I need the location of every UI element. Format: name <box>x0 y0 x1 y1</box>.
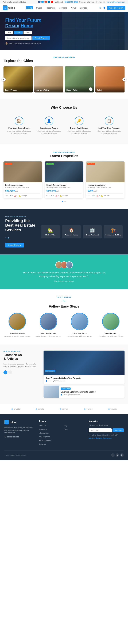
why-title: Why Choose Us <box>5 106 123 110</box>
testimonial-avatars <box>9 262 119 268</box>
hero-tab-sells[interactable]: Sells <box>14 31 23 34</box>
service-card-apartment[interactable]: 🏢 Sweet Apartment <box>83 225 102 238</box>
news-author-2: 👤 Admin <box>60 394 66 396</box>
services-grid: 🏡 Modern Villas 🏠 Furnished Homes 🏢 Swee… <box>41 225 123 238</box>
search-input[interactable] <box>5 36 32 40</box>
property-garage-2: 🚗 2 <box>56 195 59 196</box>
footer-twitter-icon[interactable]: t <box>116 453 119 457</box>
news-article-title-2: Leverage agile frame works to a robust <box>60 391 123 393</box>
footer-link-agents[interactable]: Our Agents <box>39 428 47 430</box>
service-card-commercial[interactable]: 🏗️ Commercial Building <box>104 225 123 238</box>
dot-1[interactable] <box>62 201 63 202</box>
nav-properties[interactable]: Properties <box>45 6 56 10</box>
nav-members[interactable]: Members <box>58 6 68 10</box>
hero-tabs: Buy Sells Rent <box>5 31 50 34</box>
city-card-newyork[interactable]: New York / USA <box>34 66 64 92</box>
news-article-title-1: Save Thousands Selling Your Property <box>46 377 122 379</box>
footer-link-properties[interactable]: All Properties <box>39 432 48 434</box>
feature-dream-home-title: Find Your Dream Home <box>7 127 31 129</box>
footer-link-faq[interactable]: FAQ <box>64 425 67 427</box>
search-property-button[interactable]: Search Property <box>32 36 50 40</box>
service-apartment-title: Sweet Apartment <box>84 234 100 236</box>
service-card-homes[interactable]: 🏠 Furnished Homes <box>62 225 81 238</box>
property-card-2[interactable]: Featured Monali Design House 80 Brindys … <box>45 162 84 198</box>
user-icon[interactable]: 👤 <box>103 6 106 9</box>
welcome-text: Welcome to Tolins Real Estate <box>2 1 26 3</box>
linkedin-icon[interactable]: in <box>48 1 50 3</box>
footer-link-renewals[interactable]: Renewals <box>39 443 46 445</box>
news-next-button[interactable]: › <box>8 370 12 374</box>
properties-grid: For Sale Interior Appartment 60 Brindys … <box>4 162 124 198</box>
services-search-button[interactable]: Search Property <box>5 243 24 248</box>
footer-bottom: © Copyright 2019 at tolinthemes.com f t … <box>4 450 124 457</box>
carousel-next-button[interactable]: › <box>122 78 126 81</box>
twitter-icon[interactable]: t <box>41 1 44 3</box>
brands-section: ◆envato ◆envato ◆envato ◆envato ◆envato <box>0 404 128 414</box>
footer-company-heading <box>64 420 84 422</box>
news-prev-button[interactable]: ‹ <box>4 370 7 374</box>
wishlist-link[interactable]: Wish List <box>87 1 94 3</box>
cities-section-title: Explore the Cities <box>4 59 124 63</box>
nav-news[interactable]: News <box>70 6 77 10</box>
footer-link-login[interactable]: Login <box>64 428 68 430</box>
property-card-1[interactable]: For Sale Interior Appartment 60 Brindys … <box>4 162 42 198</box>
news-author-1: 👤 Admin <box>46 380 52 382</box>
nav-pages[interactable]: Pages <box>35 6 43 10</box>
property-baths-3: 🚿 4 <box>92 195 95 196</box>
google-icon[interactable]: g <box>44 1 47 3</box>
youtube-icon[interactable]: ▶ <box>51 1 53 3</box>
step-4-number: 04 <box>116 313 120 316</box>
search-icon[interactable]: 🔍 <box>99 6 102 9</box>
news-card-1[interactable]: 18 Nov, 2019 Save Thousands Selling Your… <box>44 350 124 384</box>
footer-logo-icon: ⌂ <box>4 420 9 424</box>
property-sqft-1: 📐 300 sqft <box>19 195 27 196</box>
services-left: Find Your Property Providing the Best Re… <box>5 216 36 248</box>
why-section: Why Choose Us 🏠 Find Your Dream Home The… <box>0 98 128 144</box>
my-account-link[interactable]: My Account <box>96 1 105 3</box>
footer-instagram-icon[interactable]: in <box>120 453 124 457</box>
feature-dream-home-icon: 🏠 <box>15 116 23 125</box>
facebook-icon[interactable]: f <box>38 1 40 3</box>
carousel-prev-button[interactable]: ‹ <box>2 78 6 81</box>
footer-link-about[interactable]: About Us <box>39 425 46 427</box>
city-label-paris: Paris / France <box>4 86 33 92</box>
nav-contact[interactable]: Contact <box>79 6 88 10</box>
footer-copyright: © Copyright 2019 at tolinthemes.com <box>4 454 27 456</box>
property-card-3[interactable]: For Rent Luxury Appartment 60 Brindys St… <box>86 162 124 198</box>
footer-link-pricing[interactable]: Pricing Packages <box>39 440 51 441</box>
dot-2[interactable] <box>64 201 64 202</box>
city-card-rome[interactable]: Rome / Turkey › <box>65 66 94 92</box>
property-price-1: $86.7600/sqft <box>5 190 40 192</box>
newsletter-subscribe-button[interactable]: Subscribe <box>112 428 124 432</box>
footer-facebook-icon[interactable]: f <box>111 453 114 457</box>
city-card-dubai[interactable]: Dubai <box>95 66 124 92</box>
feature-buy-rent-icon: 🔑 <box>75 116 84 125</box>
footer-newsletter-desc: Fill us us Your details bellow. <box>89 424 124 427</box>
services-label: Find Your Property <box>5 216 36 218</box>
property-features-1: 🛏 4 🚿 4 🚗 2 📐 300 sqft <box>5 194 40 196</box>
dot-3[interactable] <box>65 201 66 202</box>
services-title: Providing the Best Real Estate Services <box>5 218 36 232</box>
footer-link-blog[interactable]: Blog Properties <box>39 436 50 438</box>
feature-buy-rent-title: Buy or Rent Homes <box>67 127 91 129</box>
feature-dream-home-desc: There many variation of passages of lore… <box>7 130 31 135</box>
step-2-number: 02 <box>54 313 57 316</box>
hero-tab-buy[interactable]: Buy <box>5 31 13 34</box>
feature-list-property-desc: There many variation of passages of lore… <box>97 130 121 135</box>
newsletter-input[interactable] <box>89 428 112 432</box>
phone-number: 92 888 093 2322 <box>64 1 78 3</box>
step-4: 04 Live Happily Quisq tdi us max alibi c… <box>97 313 124 338</box>
support-link[interactable]: Support <box>79 1 85 3</box>
why-center: Why Choose Us <box>5 106 123 110</box>
news-comments-2: 💬 12.1 Comments <box>68 394 80 396</box>
hero-tab-rent[interactable]: Rent <box>24 31 32 34</box>
news-card-2[interactable]: 17 Nov, 2019 Leverage agile frame works … <box>44 386 124 398</box>
city-arrow-rome: › <box>89 88 92 91</box>
hero-title-line3: Home <box>20 23 33 28</box>
city-card-paris[interactable]: Paris / France <box>4 66 33 92</box>
service-card-villas[interactable]: 🏡 Modern Villas <box>41 225 60 238</box>
property-badge-2: Featured <box>46 163 54 165</box>
property-info-3: Luxury Appartment 60 Brindys Street, New… <box>86 182 124 198</box>
nav-home[interactable]: Home <box>26 6 33 10</box>
add-property-button[interactable]: Add New Property <box>107 6 126 10</box>
